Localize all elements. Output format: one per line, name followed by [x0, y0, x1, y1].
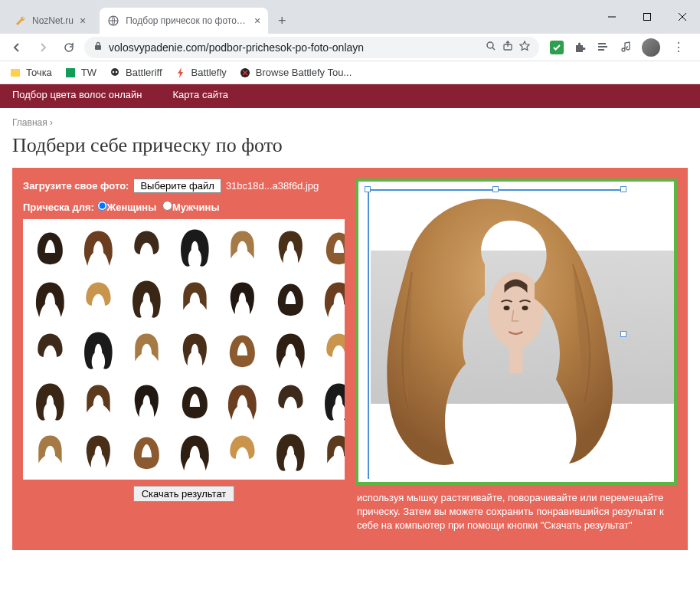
hairstyle-option[interactable] [268, 224, 313, 272]
breadcrumb-home[interactable]: Главная [12, 117, 47, 128]
hairstyle-option[interactable] [220, 275, 265, 323]
window-controls [594, 0, 700, 34]
hairstyle-option[interactable] [316, 275, 345, 323]
breadcrumb: Главная › [0, 108, 700, 131]
controls-panel: Загрузите свое фото: Выберите файл 31bc1… [23, 179, 345, 539]
hairstyle-option[interactable] [76, 428, 121, 477]
svg-rect-5 [95, 45, 101, 50]
hairstyle-option[interactable] [124, 275, 169, 323]
hairstyle-option[interactable] [316, 428, 345, 477]
resize-handle[interactable] [620, 331, 626, 337]
hairstyle-option[interactable] [316, 326, 345, 375]
hairstyle-option[interactable] [316, 378, 345, 426]
hairstyle-option[interactable] [172, 326, 218, 375]
menu-button[interactable]: ⋮ [669, 40, 688, 54]
site-nav: Подбор цвета волос онлайн Карта сайта [0, 84, 700, 108]
close-icon[interactable]: × [80, 15, 86, 27]
address-bar[interactable]: volosvypadenie.com/podbor-prichesok-po-f… [84, 37, 539, 58]
hair-overlay[interactable] [366, 188, 626, 479]
svg-point-6 [487, 42, 493, 48]
list-icon[interactable] [596, 41, 610, 54]
share-icon[interactable] [502, 41, 513, 54]
nav-link[interactable]: Подбор цвета волос онлайн [12, 89, 142, 100]
instructions-text: используя мышку растягивайте, поворачива… [355, 485, 677, 539]
hairstyle-option[interactable] [124, 326, 169, 375]
hairstyle-grid[interactable] [23, 219, 345, 480]
hairstyle-option[interactable] [28, 428, 73, 477]
svg-rect-11 [66, 68, 75, 77]
back-button[interactable] [6, 37, 28, 58]
music-icon[interactable] [619, 41, 633, 54]
close-icon[interactable]: × [254, 15, 260, 27]
hairstyle-option[interactable] [172, 428, 218, 477]
resize-handle[interactable] [620, 186, 626, 192]
hairstyle-option[interactable] [172, 378, 218, 426]
hairstyle-option[interactable] [172, 224, 218, 272]
choose-file-button[interactable]: Выберите файл [133, 179, 221, 193]
bookmark-item[interactable]: Battleriff [109, 67, 162, 79]
reload-button[interactable] [58, 37, 80, 58]
adblock-icon[interactable] [550, 41, 564, 54]
puzzle-icon[interactable] [573, 41, 587, 54]
folder-icon [9, 67, 21, 79]
lock-icon [93, 41, 103, 53]
bookmark-item[interactable]: Точка [9, 67, 52, 79]
globe-icon [107, 15, 119, 27]
hairstyle-option[interactable] [76, 224, 121, 272]
hairstyle-option[interactable] [28, 224, 73, 272]
hairstyle-option[interactable] [316, 224, 345, 272]
radio-female[interactable] [97, 201, 107, 211]
minimize-button[interactable] [594, 0, 630, 34]
preview-panel: используя мышку растягивайте, поворачива… [355, 179, 677, 539]
nav-link[interactable]: Карта сайта [173, 89, 228, 100]
hairstyle-option[interactable] [220, 326, 265, 375]
hairstyle-tool: Загрузите свое фото: Выберите файл 31bc1… [12, 168, 688, 550]
hairstyle-option[interactable] [124, 378, 169, 426]
sheets-icon [64, 67, 77, 79]
bookmark-item[interactable]: TW [64, 67, 96, 79]
bookmark-item[interactable]: Battlefly [175, 67, 227, 79]
profile-avatar[interactable] [642, 38, 660, 57]
hairstyle-option[interactable] [268, 378, 313, 426]
svg-line-7 [492, 48, 495, 50]
hairstyle-option[interactable] [76, 326, 121, 375]
resize-handle[interactable] [365, 186, 371, 192]
svg-point-13 [113, 70, 114, 72]
hairstyle-option[interactable] [268, 326, 313, 375]
search-icon[interactable] [486, 41, 496, 54]
hairstyle-option[interactable] [268, 275, 313, 323]
extension-icons: ⋮ [544, 38, 694, 57]
tab-active[interactable]: Подбор причесок по фото онла × [100, 8, 268, 34]
tab-title: Подбор причесок по фото онла [126, 15, 248, 26]
download-button[interactable]: Скачать результат [133, 486, 235, 502]
file-name: 31bc18d...a38f6d.jpg [226, 180, 319, 192]
hairstyle-option[interactable] [220, 224, 265, 272]
close-window-button[interactable] [665, 0, 700, 34]
resize-handle[interactable] [492, 186, 499, 192]
hairstyle-option[interactable] [28, 378, 73, 426]
hairstyle-option[interactable] [124, 428, 169, 477]
new-tab-button[interactable]: + [271, 10, 293, 31]
hairstyle-option[interactable] [124, 224, 169, 272]
svg-point-14 [116, 70, 117, 72]
hairstyle-option[interactable] [172, 275, 218, 323]
url-text: volosvypadenie.com/podbor-prichesok-po-f… [109, 41, 479, 54]
skull-icon [109, 67, 121, 79]
maximize-button[interactable] [630, 0, 665, 34]
browser-titlebar: NozNet.ru × Подбор причесок по фото онла… [0, 0, 700, 34]
hairstyle-option[interactable] [76, 275, 121, 323]
svg-point-12 [111, 68, 119, 76]
hairstyle-option[interactable] [220, 428, 265, 477]
hairstyle-option[interactable] [76, 378, 121, 426]
hairstyle-option[interactable] [28, 326, 73, 375]
bookmark-item[interactable]: Browse Battlefy Tou... [239, 67, 352, 79]
star-icon[interactable] [519, 41, 530, 54]
hairstyle-option[interactable] [220, 378, 265, 426]
radio-male[interactable] [162, 201, 172, 211]
hairstyle-option[interactable] [268, 428, 313, 477]
hairstyle-option[interactable] [28, 275, 73, 323]
photo-preview[interactable] [355, 179, 677, 485]
forward-button[interactable] [32, 37, 54, 58]
tab-noznet[interactable]: NozNet.ru × [6, 8, 93, 34]
gender-label: Прическа для: [23, 201, 94, 213]
